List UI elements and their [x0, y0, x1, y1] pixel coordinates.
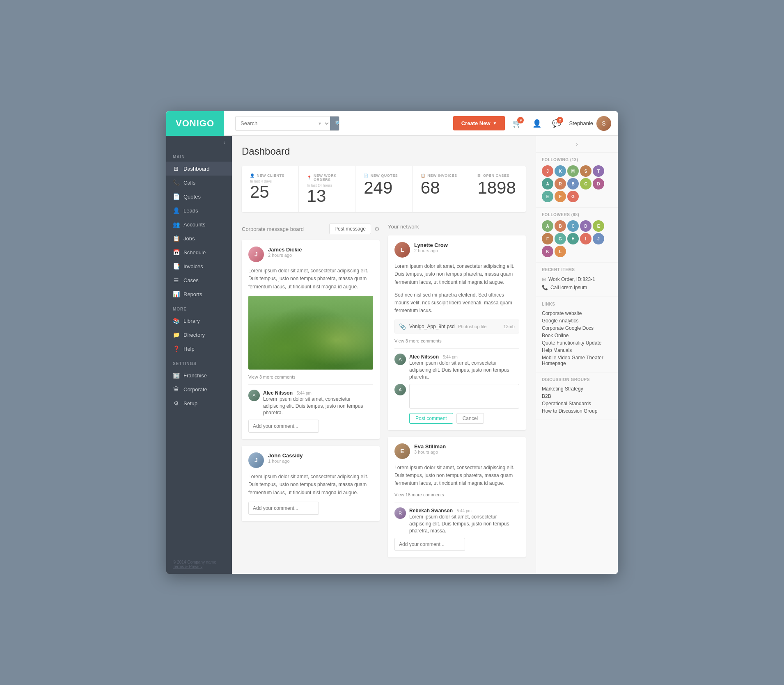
board-title: Corporate message board [242, 226, 304, 232]
post-body-lynette-1: Lorem ipsum dolor sit amet, consectetur … [394, 263, 519, 286]
following-avatar-9[interactable]: C [580, 178, 591, 190]
link-mobile-video[interactable]: Mobile Video Game Theater Homepage [542, 354, 612, 367]
link-corporate-website[interactable]: Corporate website [542, 310, 612, 317]
followers-avatars: A B C D E F G H I J K L [542, 220, 612, 257]
link-google-analytics[interactable]: Google Analytics [542, 317, 612, 324]
attachment-size: 13mb [503, 324, 515, 329]
recent-call-text: Call lorem ipsum [550, 285, 587, 290]
post-time-james: 2 hours ago [268, 253, 373, 258]
add-comment-eva[interactable] [394, 538, 465, 551]
sidebar-item-jobs[interactable]: 📋 Jobs [166, 231, 232, 245]
create-new-button[interactable]: Create New ▼ [453, 116, 505, 130]
follower-avatar-1[interactable]: A [542, 220, 553, 232]
sidebar-item-leads[interactable]: 👤 Leads [166, 203, 232, 217]
following-avatar-2[interactable]: K [555, 165, 566, 177]
follower-avatar-12[interactable]: L [555, 246, 566, 257]
sidebar-item-franchise[interactable]: 🏢 Franchise [166, 368, 232, 382]
sidebar-item-invoices[interactable]: 📑 Invoices [166, 259, 232, 273]
right-sidebar-collapse[interactable]: › [536, 136, 618, 153]
following-avatar-11[interactable]: E [542, 191, 553, 202]
sidebar-item-library[interactable]: 📚 Library [166, 314, 232, 328]
cancel-reply-button[interactable]: Cancel [456, 413, 484, 424]
messages-icon[interactable]: 💬 2 [549, 116, 564, 131]
sidebar-item-dashboard[interactable]: ⊞ Dashboard [166, 162, 232, 176]
following-avatar-1[interactable]: J [542, 165, 553, 177]
follower-avatar-7[interactable]: G [555, 233, 566, 244]
search-dropdown[interactable]: ▾ [314, 120, 330, 127]
following-avatar-13[interactable]: G [567, 191, 579, 202]
add-comment-james[interactable] [248, 420, 319, 433]
sidebar-collapse-button[interactable]: ‹ [166, 136, 232, 149]
group-b2b[interactable]: B2B [542, 393, 612, 400]
sidebar-item-corporate[interactable]: 🏛 Corporate [166, 382, 232, 396]
attachment-type: Photoshop file [458, 324, 487, 329]
following-avatar-5[interactable]: T [593, 165, 604, 177]
calls-icon: 📞 [173, 179, 179, 186]
user-info[interactable]: Stephanie S [569, 116, 611, 131]
post-comment-button[interactable]: Post comment [409, 413, 453, 424]
board-settings-button[interactable]: ⚙ [374, 226, 380, 232]
logo[interactable]: VONIGO [166, 111, 224, 136]
board-actions: Post message ⚙ [329, 224, 380, 234]
view-comments-lynette[interactable]: View 3 more comments [394, 338, 519, 343]
group-how-to[interactable]: How to Discussion Group [542, 407, 612, 415]
stat-open-cases: ⊞ OPEN CASES 1898 [469, 166, 526, 212]
post-header-james: J James Dickie 2 hours ago [248, 247, 373, 262]
sidebar-item-help[interactable]: ❓ Help [166, 342, 232, 356]
post-meta-lynette: Lynette Crow 2 hours ago [414, 242, 519, 253]
follower-avatar-4[interactable]: D [580, 220, 591, 232]
follower-avatar-8[interactable]: H [567, 233, 579, 244]
post-meta-john: John Cassidy 1 hour ago [268, 452, 373, 464]
sidebar-item-setup[interactable]: ⚙ Setup [166, 396, 232, 410]
corporate-icon: 🏛 [173, 386, 179, 393]
setup-icon: ⚙ [173, 400, 179, 406]
sidebar-item-cases[interactable]: ☰ Cases [166, 273, 232, 287]
sidebar-item-calls[interactable]: 📞 Calls [166, 176, 232, 190]
link-corporate-google-docs[interactable]: Corporate Google Docs [542, 324, 612, 332]
link-help-manuals[interactable]: Help Manuals [542, 347, 612, 354]
following-avatar-6[interactable]: A [542, 178, 553, 190]
page-title: Dashboard [242, 146, 526, 157]
following-avatar-12[interactable]: F [555, 191, 566, 202]
group-operational[interactable]: Operational Standards [542, 400, 612, 407]
notifications-icon[interactable]: 🛒 9 [510, 116, 525, 131]
view-comments-eva[interactable]: View 18 more comments [394, 492, 519, 497]
reply-textarea[interactable] [409, 384, 519, 409]
following-avatar-10[interactable]: D [593, 178, 604, 190]
follower-avatar-11[interactable]: K [542, 246, 553, 257]
comment-avatar-alec: A [248, 390, 260, 401]
jobs-icon: 📋 [173, 235, 179, 242]
following-avatar-8[interactable]: B [567, 178, 579, 190]
user-icon[interactable]: 👤 [530, 116, 544, 131]
recent-item-work-order[interactable]: ⊞ Work Order, ID:823-1 [542, 275, 612, 283]
sidebar-item-schedule[interactable]: 📅 Schedule [166, 245, 232, 259]
search-button[interactable]: 🔍 [330, 116, 339, 130]
follower-avatar-9[interactable]: I [580, 233, 591, 244]
sidebar-item-accounts[interactable]: 👥 Accounts [166, 217, 232, 231]
footer-terms[interactable]: Terms & Privacy [173, 564, 225, 569]
following-avatar-7[interactable]: R [555, 178, 566, 190]
following-avatar-3[interactable]: M [567, 165, 579, 177]
follower-avatar-6[interactable]: F [542, 233, 553, 244]
group-marketing[interactable]: Marketing Strategy [542, 385, 612, 393]
following-avatar-4[interactable]: S [580, 165, 591, 177]
recent-item-call[interactable]: 📞 Call lorem ipsum [542, 283, 612, 292]
sidebar-item-directory[interactable]: 📁 Directory [166, 328, 232, 342]
follower-avatar-2[interactable]: B [555, 220, 566, 232]
groups-title: DISCUSSION GROUPS [542, 377, 612, 382]
follower-avatar-3[interactable]: C [567, 220, 579, 232]
comment-body-alec-l: Alec Nilsson 5:44 pm Lorem ipsum dolor s… [409, 354, 519, 380]
add-comment-john[interactable] [248, 502, 319, 515]
comment-avatar-alec-l: A [394, 354, 406, 365]
link-book-online[interactable]: Book Online [542, 332, 612, 339]
sidebar-item-quotes[interactable]: 📄 Quotes [166, 190, 232, 203]
link-quote-functionality[interactable]: Quote Functionality Update [542, 339, 612, 347]
sidebar-item-reports[interactable]: 📊 Reports [166, 287, 232, 301]
view-comments-james[interactable]: View 3 more comments [248, 374, 373, 379]
search-input[interactable] [236, 117, 314, 130]
follower-avatar-5[interactable]: E [593, 220, 604, 232]
follower-avatar-10[interactable]: J [593, 233, 604, 244]
post-message-button[interactable]: Post message [329, 224, 371, 234]
comment-author-alec: Alec Nilsson [263, 390, 293, 396]
links-title: LINKS [542, 302, 612, 306]
